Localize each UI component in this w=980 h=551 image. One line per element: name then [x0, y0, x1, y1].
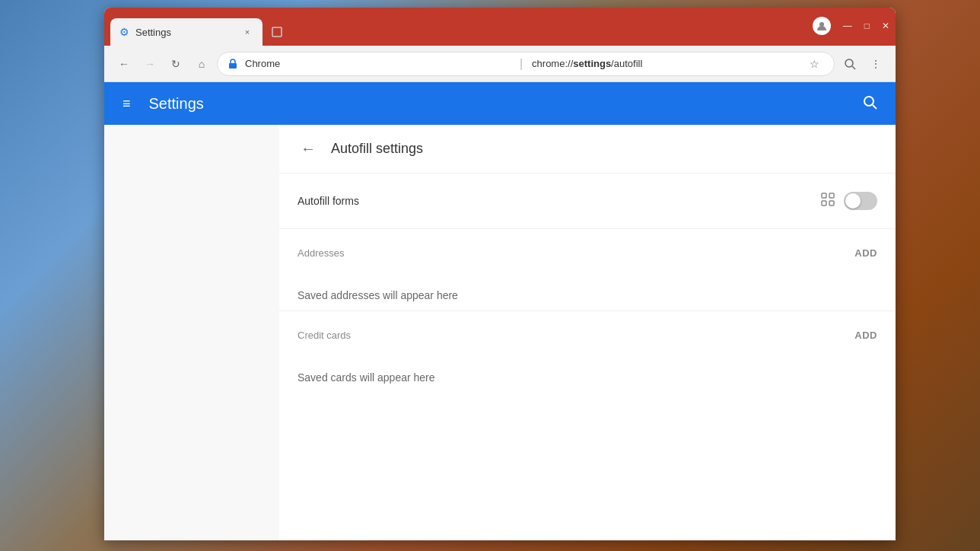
browser-tab[interactable]: ⚙ Settings ×: [110, 18, 262, 46]
new-tab-icon: [272, 26, 284, 38]
maximize-button[interactable]: □: [864, 21, 870, 31]
settings-tab-icon: ⚙: [119, 26, 129, 38]
hamburger-menu-button[interactable]: ≡: [116, 90, 137, 118]
credit-cards-section-header: Credit cards ADD: [298, 330, 877, 341]
toggle-thumb: [845, 193, 861, 209]
svg-rect-0: [272, 27, 282, 37]
lock-icon: [228, 59, 237, 69]
main-content: ← Autofill settings Autofill forms: [279, 125, 896, 540]
credit-cards-section: Credit cards ADD: [279, 311, 896, 362]
svg-point-3: [845, 59, 853, 67]
new-tab-button[interactable]: [266, 20, 290, 44]
settings-page-title: Settings: [149, 95, 844, 113]
title-bar: ⚙ Settings × — □ ✕: [104, 8, 896, 46]
autofill-back-button[interactable]: ←: [298, 137, 319, 161]
autofill-forms-label: Autofill forms: [298, 195, 821, 207]
address-text: chrome://settings/autofill: [532, 58, 797, 69]
site-name-label: Chrome: [245, 58, 511, 69]
svg-rect-10: [829, 201, 834, 205]
window-controls: — □ ✕: [813, 17, 889, 46]
addresses-section-header: Addresses ADD: [298, 247, 877, 259]
more-options-button[interactable]: ⋮: [865, 53, 886, 75]
user-icon: [816, 21, 827, 31]
browser-window: ⚙ Settings × — □ ✕ ← → ↻ ⌂: [104, 8, 896, 540]
minimize-button[interactable]: —: [843, 21, 852, 31]
address-separator: |: [520, 57, 523, 71]
addresses-section: Addresses ADD: [279, 229, 896, 280]
svg-line-6: [873, 105, 877, 109]
navigation-bar: ← → ↻ ⌂ Chrome | chrome://settings/autof…: [104, 46, 896, 82]
addresses-add-button[interactable]: ADD: [854, 247, 877, 259]
search-lens-button[interactable]: [839, 53, 861, 75]
settings-sidebar: [104, 125, 279, 540]
svg-rect-7: [822, 193, 826, 198]
svg-rect-2: [229, 63, 237, 68]
settings-search-button[interactable]: [856, 88, 883, 119]
tab-close-button[interactable]: ×: [241, 26, 253, 38]
secure-icon: [227, 58, 239, 70]
credit-cards-add-button[interactable]: ADD: [854, 330, 877, 341]
autofill-forms-row: Autofill forms: [279, 174, 896, 229]
close-window-button[interactable]: ✕: [882, 21, 889, 31]
autofill-page-header: ← Autofill settings: [279, 125, 896, 174]
addresses-section-title: Addresses: [298, 247, 344, 259]
user-avatar[interactable]: [813, 17, 831, 35]
settings-header: ≡ Settings: [104, 82, 896, 125]
lens-icon: [843, 57, 857, 71]
tab-label: Settings: [135, 27, 235, 38]
settings-content: ← Autofill settings Autofill forms: [104, 125, 896, 540]
home-button[interactable]: ⌂: [191, 53, 212, 75]
svg-rect-8: [829, 193, 834, 198]
autofill-forms-toggle[interactable]: [844, 192, 877, 210]
addresses-empty-text: Saved addresses will appear here: [279, 280, 896, 311]
grid-icon: [821, 193, 835, 209]
address-bar[interactable]: Chrome | chrome://settings/autofill ☆: [217, 52, 835, 76]
autofill-grid-icon: [821, 193, 835, 206]
forward-button[interactable]: →: [139, 53, 161, 75]
credit-cards-empty-text: Saved cards will appear here: [279, 362, 896, 393]
bookmark-button[interactable]: ☆: [803, 53, 825, 75]
svg-line-4: [852, 66, 855, 69]
svg-rect-9: [822, 201, 826, 205]
autofill-page-title: Autofill settings: [331, 141, 423, 157]
search-icon: [862, 94, 877, 110]
back-button[interactable]: ←: [113, 53, 135, 75]
svg-point-5: [864, 97, 873, 106]
autofill-icons: [821, 192, 877, 210]
reload-button[interactable]: ↻: [165, 53, 186, 75]
credit-cards-section-title: Credit cards: [298, 330, 351, 341]
